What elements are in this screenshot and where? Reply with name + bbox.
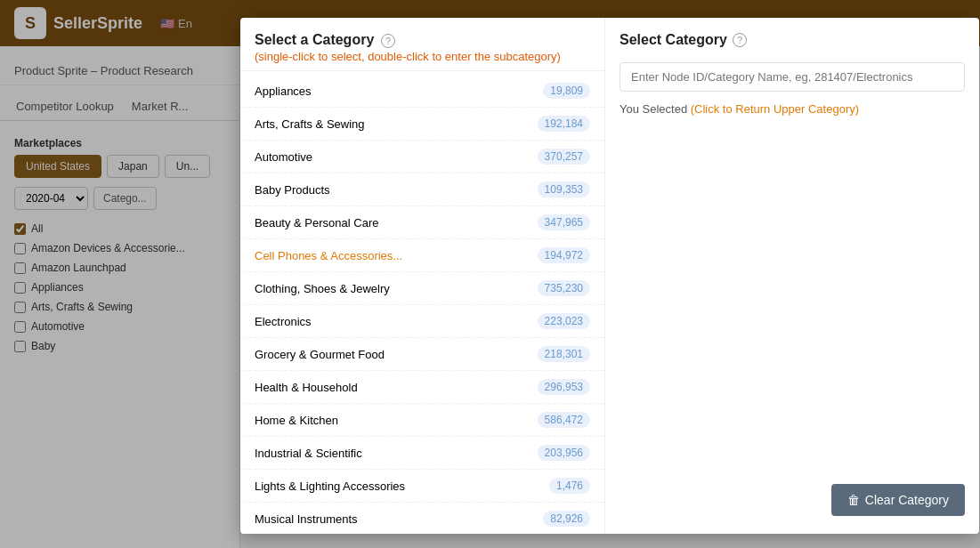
category-name: Lights & Lighting Accessories [255, 480, 405, 493]
modal-right-header: Select Category ? [620, 32, 965, 48]
category-count: 1,476 [549, 478, 590, 494]
category-name: Automotive [255, 150, 312, 164]
category-row[interactable]: Lights & Lighting Accessories1,476 [240, 470, 604, 503]
modal-left-header: Select a Category ? (single-click to sel… [240, 18, 604, 71]
category-row[interactable]: Musical Instruments82,926 [240, 503, 604, 534]
category-name: Baby Products [255, 183, 330, 197]
category-count: 347,965 [538, 214, 590, 230]
category-name: Appliances [255, 85, 312, 98]
category-name: Beauty & Personal Care [255, 216, 378, 230]
modal-hint-text: (single-click to select, double-click to… [255, 50, 590, 63]
category-row[interactable]: Beauty & Personal Care347,965 [240, 206, 604, 239]
category-list: Appliances19,809Arts, Crafts & Sewing192… [240, 71, 604, 534]
modal-right-panel: Select Category ? You Selected (Click to… [605, 18, 979, 534]
category-count: 370,257 [538, 149, 590, 165]
category-name: Industrial & Scientific [255, 447, 362, 460]
modal-right-help-icon[interactable]: ? [733, 33, 747, 47]
category-row[interactable]: Electronics223,023 [240, 305, 604, 338]
category-name: Arts, Crafts & Sewing [255, 117, 365, 131]
category-count: 109,353 [538, 181, 590, 197]
category-count: 296,953 [538, 379, 590, 395]
category-name: Cell Phones & Accessories... [255, 249, 402, 262]
you-selected-label: You Selected [620, 102, 687, 116]
modal-left-help-icon[interactable]: ? [381, 34, 395, 48]
category-row[interactable]: Industrial & Scientific203,956 [240, 437, 604, 470]
modal-left-title: Select a Category [255, 32, 374, 47]
category-row[interactable]: Grocery & Gourmet Food218,301 [240, 338, 604, 371]
category-count: 82,926 [543, 511, 590, 527]
category-row[interactable]: Health & Household296,953 [240, 371, 604, 404]
clear-category-label: Clear Category [865, 493, 949, 507]
category-row[interactable]: Clothing, Shoes & Jewelry735,230 [240, 272, 604, 305]
category-name: Grocery & Gourmet Food [255, 348, 385, 361]
category-name: Health & Household [255, 381, 358, 394]
category-name: Musical Instruments [255, 512, 358, 526]
category-row[interactable]: Baby Products109,353 [240, 173, 604, 206]
category-count: 223,023 [538, 313, 590, 329]
category-name: Electronics [255, 315, 312, 328]
category-row[interactable]: Arts, Crafts & Sewing192,184 [240, 108, 604, 141]
category-name: Clothing, Shoes & Jewelry [255, 282, 390, 295]
modal-right-title: Select Category [620, 32, 727, 48]
category-row[interactable]: Appliances19,809 [240, 75, 604, 108]
modal: Select a Category ? (single-click to sel… [240, 18, 979, 534]
you-selected-text: You Selected (Click to Return Upper Cate… [620, 102, 965, 116]
modal-left-panel: Select a Category ? (single-click to sel… [240, 18, 605, 534]
category-count: 586,472 [538, 412, 590, 428]
click-return-label[interactable]: (Click to Return Upper Category) [691, 102, 859, 116]
category-row[interactable]: Cell Phones & Accessories...194,972 [240, 239, 604, 272]
category-count: 735,230 [538, 280, 590, 296]
clear-category-button[interactable]: 🗑 Clear Category [831, 484, 965, 516]
trash-icon: 🗑 [847, 493, 860, 507]
category-row[interactable]: Automotive370,257 [240, 141, 604, 173]
category-count: 203,956 [538, 445, 590, 461]
category-count: 19,809 [543, 83, 590, 99]
category-name: Home & Kitchen [255, 414, 338, 427]
node-id-input[interactable] [620, 62, 965, 92]
category-count: 194,972 [538, 247, 590, 263]
category-count: 192,184 [538, 116, 590, 132]
category-row[interactable]: Home & Kitchen586,472 [240, 404, 604, 437]
category-count: 218,301 [538, 346, 590, 362]
